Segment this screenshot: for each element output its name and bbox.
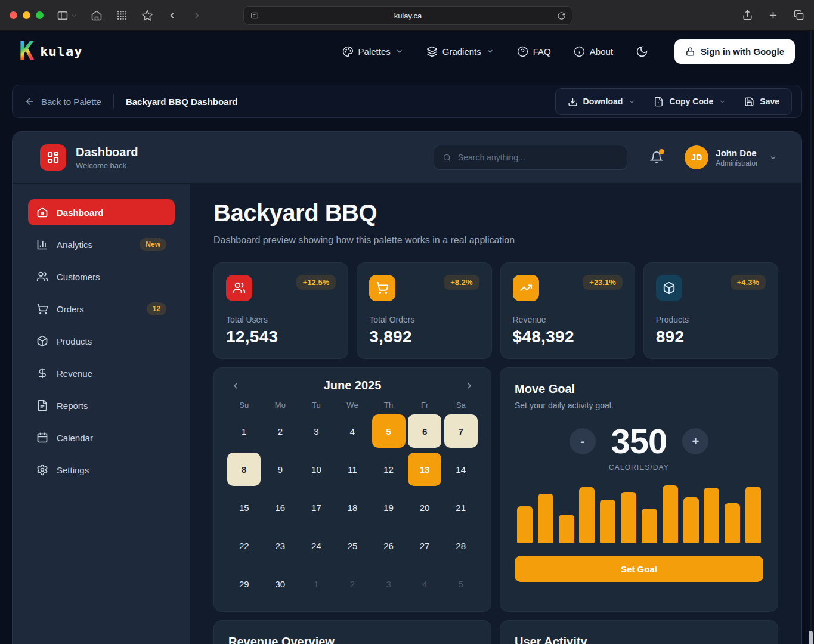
divider: [113, 94, 114, 109]
calendar-day-cell[interactable]: 4: [335, 412, 371, 450]
calendar-day-cell[interactable]: 16: [262, 488, 299, 527]
calendar-day-header: Sa: [442, 401, 479, 410]
stat-card-revenue: +23.1% Revenue $48,392: [500, 262, 635, 359]
minimize-window-button[interactable]: [23, 11, 30, 19]
calendar-day-cell[interactable]: 17: [298, 488, 335, 527]
sidebar-item-revenue[interactable]: Revenue: [28, 360, 175, 386]
calendar-day-cell[interactable]: 1: [298, 565, 335, 603]
calendar-day-cell[interactable]: 23: [262, 527, 299, 565]
calendar-day-cell[interactable]: 2: [335, 565, 371, 603]
new-tab-icon[interactable]: [767, 10, 779, 21]
calendar-day-cell[interactable]: 8: [226, 450, 262, 488]
goal-unit-label: CALORIES/DAY: [515, 463, 763, 472]
share-icon[interactable]: [742, 10, 753, 21]
notifications-bell-icon[interactable]: [650, 151, 663, 164]
calendar-day-cell[interactable]: 13: [407, 450, 443, 488]
calendar-day-cell[interactable]: 22: [226, 527, 262, 565]
search-input[interactable]: [458, 153, 618, 162]
activity-bar: [600, 500, 615, 543]
nav-palettes[interactable]: Palettes: [342, 46, 404, 57]
orders-count-badge: 12: [147, 302, 166, 315]
app-grid-icon[interactable]: [116, 10, 128, 21]
calendar-day-cell[interactable]: 30: [262, 565, 299, 603]
nav-about[interactable]: About: [574, 46, 613, 57]
calendar-day-cell[interactable]: 14: [442, 450, 479, 488]
calendar-day-cell[interactable]: 9: [262, 450, 299, 488]
calendar-day-cell[interactable]: 3: [298, 412, 335, 450]
calendar-day-cell[interactable]: 21: [442, 488, 479, 527]
nav-faq[interactable]: FAQ: [517, 46, 551, 57]
sign-in-google-button[interactable]: Sign in with Google: [674, 39, 795, 64]
theme-toggle-moon-icon[interactable]: [636, 45, 648, 58]
user-menu[interactable]: JD John Doe Administrator: [685, 145, 778, 169]
sidebar-item-reports[interactable]: Reports: [28, 392, 175, 419]
sidebar-item-calendar[interactable]: Calendar: [28, 425, 175, 451]
activity-bar: [559, 515, 574, 543]
calendar-day-cell[interactable]: 18: [335, 488, 371, 527]
sidebar-item-customers[interactable]: Customers: [28, 264, 175, 290]
download-button[interactable]: Download: [561, 92, 643, 112]
download-label: Download: [583, 97, 623, 106]
calendar-day-cell[interactable]: 24: [298, 527, 335, 565]
close-window-button[interactable]: [10, 11, 17, 19]
search-box[interactable]: [434, 145, 627, 170]
back-button[interactable]: [167, 10, 178, 21]
calendar-day-cell[interactable]: 19: [370, 488, 407, 527]
calendar-day-cell[interactable]: 5: [442, 565, 479, 603]
calendar-day-cell[interactable]: 4: [407, 565, 443, 603]
calendar-day-cell[interactable]: 11: [335, 450, 371, 488]
stat-label: Total Orders: [369, 315, 479, 324]
sidebar-item-products[interactable]: Products: [28, 328, 175, 354]
goal-decrease-button[interactable]: -: [570, 428, 596, 454]
calendar-day-cell[interactable]: 25: [335, 527, 371, 565]
preview-subtitle: Welcome back: [76, 161, 138, 170]
kulay-logo[interactable]: K kulay: [19, 39, 83, 64]
calendar-day-headers: SuMoTuWeThFrSa: [226, 401, 479, 410]
calendar-day-cell[interactable]: 7: [442, 412, 479, 450]
sidebar-item-settings[interactable]: Settings: [28, 457, 175, 483]
activity-bar: [683, 497, 699, 543]
sidebar-item-orders[interactable]: Orders 12: [28, 296, 175, 322]
editor-toolbar: Back to Palette Backyard BBQ Dashboard D…: [12, 85, 802, 118]
page-scrollbar-track[interactable]: [810, 31, 812, 644]
calendar-day-cell[interactable]: 12: [370, 450, 407, 488]
calendar-day-cell[interactable]: 29: [226, 565, 262, 603]
nav-gradients[interactable]: Gradients: [426, 46, 494, 57]
calendar-prev-button[interactable]: [231, 381, 240, 391]
sidebar-toggle-icon[interactable]: [57, 10, 77, 21]
calendar-day-cell[interactable]: 15: [226, 488, 262, 527]
calendar-day-cell[interactable]: 5: [370, 412, 407, 450]
calendar-card: June 2025 SuMoTuWeThFrSa 123456789101112…: [213, 367, 491, 612]
stat-change-badge: +23.1%: [583, 275, 622, 290]
calendar-day-cell[interactable]: 10: [298, 450, 335, 488]
calendar-day-cell[interactable]: 1: [226, 412, 262, 450]
stat-label: Revenue: [513, 315, 623, 324]
copy-code-button[interactable]: Copy Code: [646, 92, 733, 112]
dashboard-preview: Dashboard Welcome back JD John Doe Admin…: [12, 131, 802, 644]
calendar-day-cell[interactable]: 2: [262, 412, 299, 450]
calendar-day-cell[interactable]: 27: [407, 527, 443, 565]
back-to-palette-link[interactable]: Back to Palette: [24, 96, 101, 107]
sidebar-item-label: Analytics: [57, 240, 92, 250]
sidebar-item-dashboard[interactable]: Dashboard: [28, 199, 175, 225]
calendar-next-button[interactable]: [465, 381, 474, 391]
bookmarks-star-icon[interactable]: [141, 10, 153, 21]
tab-overview-icon[interactable]: [793, 10, 804, 21]
goal-increase-button[interactable]: +: [682, 428, 708, 454]
avatar: JD: [685, 145, 708, 169]
calendar-day-header: Mo: [262, 401, 299, 410]
calendar-day-cell[interactable]: 28: [442, 527, 479, 565]
save-button[interactable]: Save: [737, 92, 787, 112]
calendar-day-cell[interactable]: 20: [407, 488, 443, 527]
set-goal-button[interactable]: Set Goal: [515, 556, 763, 582]
address-bar[interactable]: kulay.ca: [243, 6, 572, 25]
sidebar-item-analytics[interactable]: Analytics New: [28, 231, 175, 258]
zoom-window-button[interactable]: [36, 11, 44, 19]
calendar-day-cell[interactable]: 26: [370, 527, 407, 565]
calendar-day-cell[interactable]: 6: [407, 412, 443, 450]
stat-label: Products: [656, 315, 766, 324]
page-scrollbar-thumb[interactable]: [809, 631, 813, 644]
home-icon[interactable]: [91, 10, 103, 21]
lock-icon: [685, 47, 695, 57]
calendar-day-cell[interactable]: 3: [370, 565, 407, 603]
